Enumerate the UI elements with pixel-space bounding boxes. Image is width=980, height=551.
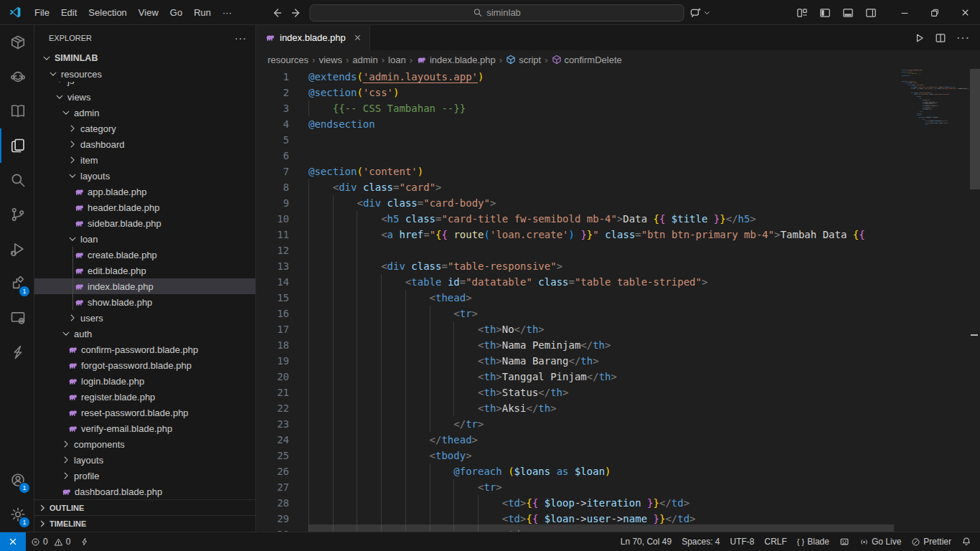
breadcrumb-item-resources[interactable]: resources <box>268 55 308 65</box>
code-line-24[interactable]: 24 </thead> <box>256 432 980 448</box>
search-icon[interactable] <box>0 163 34 197</box>
breadcrumb-item-script[interactable]: script <box>506 55 541 65</box>
code-line-10[interactable]: 10 <h5 class="card-title fw-semibold mb-… <box>256 211 980 227</box>
minimize-button[interactable] <box>890 0 920 25</box>
code-line-26[interactable]: 26 @foreach ($loans as $loan) <box>256 463 980 479</box>
tree-item-admin[interactable]: admin <box>34 105 255 121</box>
encoding[interactable]: UTF-8 <box>725 532 760 551</box>
account-icon[interactable]: 1 <box>0 463 34 497</box>
toggle-panel-icon[interactable] <box>842 7 854 19</box>
code-line-6[interactable]: 6 <box>256 148 980 164</box>
code-line-2[interactable]: 2@section('css') <box>256 85 980 100</box>
remote-explorer-icon[interactable] <box>0 301 34 335</box>
tree-item-views[interactable]: views <box>34 89 255 105</box>
code-line-11[interactable]: 11 <a href="{{ route('loan.create') }}" … <box>256 227 980 242</box>
code-line-4[interactable]: 4@endsection <box>256 116 980 132</box>
close-button[interactable] <box>950 0 980 25</box>
code-line-14[interactable]: 14 <table id="datatable" class="table ta… <box>256 274 980 290</box>
code-line-23[interactable]: 23 </tr> <box>256 416 980 432</box>
code-line-8[interactable]: 8 <div class="card"> <box>256 179 980 195</box>
run-file-icon[interactable] <box>913 32 925 44</box>
menu-run[interactable]: Run <box>188 4 217 21</box>
minimap[interactable]: @extends('admin.layouts.app')@section('c… <box>902 69 970 532</box>
notifications-bell[interactable] <box>956 532 980 551</box>
breadcrumb-item-index-blade-php[interactable]: index.blade.php <box>416 55 496 65</box>
tree-item-app-blade-php[interactable]: app.blade.php <box>34 184 255 199</box>
outline-section[interactable]: OUTLINE <box>34 500 255 516</box>
menu-view[interactable]: View <box>133 4 164 21</box>
tree-item-login-blade-php[interactable]: login.blade.php <box>34 373 255 389</box>
tree-item-siminlab[interactable]: SIMINLAB <box>34 50 255 66</box>
code-line-12[interactable]: 12 <box>256 242 980 258</box>
tree-item-item[interactable]: item <box>34 152 255 168</box>
code-line-13[interactable]: 13 <div class="table-responsive"> <box>256 258 980 274</box>
tree-item-forgot-password-blade-php[interactable]: forgot-password.blade.php <box>34 357 255 373</box>
command-center-search[interactable]: siminlab <box>310 4 684 22</box>
code-line-21[interactable]: 21 <th>Status</th> <box>256 385 980 400</box>
customize-layout-icon[interactable] <box>796 7 808 19</box>
tree-item-edit-blade-php[interactable]: edit.blade.php <box>34 263 255 278</box>
breadcrumb-item-admin[interactable]: admin <box>352 55 377 65</box>
tree-item-confirm-password-blade-php[interactable]: confirm-password.blade.php <box>34 342 255 357</box>
code-line-18[interactable]: 18 <th>Nama Peminjam</th> <box>256 337 980 353</box>
tree-item-components[interactable]: components <box>34 436 255 452</box>
book-icon[interactable] <box>0 94 34 128</box>
run-debug-icon[interactable] <box>0 232 34 266</box>
more-actions-icon[interactable]: ··· <box>956 32 970 44</box>
tree-item-header-blade-php[interactable]: header.blade.php <box>34 199 255 215</box>
source-control-icon[interactable] <box>0 197 34 232</box>
tree-item-profile[interactable]: profile <box>34 468 255 484</box>
language-mode[interactable]: { } Blade <box>792 532 834 551</box>
code-line-16[interactable]: 16 <tr> <box>256 306 980 321</box>
code-line-7[interactable]: 7@section('content') <box>256 164 980 179</box>
tree-item-sidebar-blade-php[interactable]: sidebar.blade.php <box>34 215 255 231</box>
vertical-scrollbar[interactable] <box>970 69 980 532</box>
tree-item-dashboard-blade-php[interactable]: dashboard.blade.php <box>34 484 255 499</box>
tree-item-dashboard[interactable]: dashboard <box>34 136 255 152</box>
vertical-scrollbar-thumb[interactable] <box>970 69 980 189</box>
tree-item-resources[interactable]: resources <box>34 66 255 82</box>
code-viewport[interactable]: 1@extends('admin.layouts.app')2@section(… <box>256 69 980 532</box>
thunder-client-status[interactable] <box>75 532 94 551</box>
code-line-28[interactable]: 28 <td>{{ $loop->iteration }}</td> <box>256 495 980 511</box>
ports-status[interactable] <box>834 532 854 551</box>
restore-button[interactable] <box>920 0 950 25</box>
horizontal-scrollbar[interactable] <box>308 524 894 532</box>
tab-index-blade[interactable]: index.blade.php <box>256 25 370 50</box>
explorer-icon[interactable] <box>0 128 34 163</box>
toggle-secondary-sidebar-icon[interactable] <box>865 7 877 19</box>
code-line-25[interactable]: 25 <tbody> <box>256 448 980 463</box>
package-box-icon[interactable] <box>0 25 34 60</box>
indentation[interactable]: Spaces: 4 <box>677 532 725 551</box>
code-line-1[interactable]: 1@extends('admin.layouts.app') <box>256 69 980 85</box>
tree-item-layouts[interactable]: layouts <box>34 168 255 184</box>
tree-item-verify-email-blade-php[interactable]: verify-email.blade.php <box>34 420 255 436</box>
tree-item-category[interactable]: category <box>34 121 255 136</box>
remote-indicator[interactable] <box>0 532 26 551</box>
code-line-15[interactable]: 15 <thead> <box>256 290 980 306</box>
menu-edit[interactable]: Edit <box>55 4 83 21</box>
breadcrumb-item-confirmdelete[interactable]: confirmDelete <box>552 55 622 65</box>
tree-item-loan[interactable]: loan <box>34 231 255 247</box>
toggle-sidebar-icon[interactable] <box>819 7 831 19</box>
menu-more-icon[interactable]: ··· <box>217 4 237 21</box>
problems-indicator[interactable]: 0 0 <box>26 532 75 551</box>
forward-arrow-icon[interactable] <box>290 6 304 20</box>
menu-go[interactable]: Go <box>164 4 188 21</box>
eol-sequence[interactable]: CRLF <box>760 532 792 551</box>
explorer-more-icon[interactable]: ··· <box>235 32 247 44</box>
breadcrumb-item-loan[interactable]: loan <box>388 55 406 65</box>
monkey-icon[interactable] <box>0 60 34 94</box>
cursor-position[interactable]: Ln 70, Col 49 <box>616 532 677 551</box>
breadcrumb-item-views[interactable]: views <box>319 55 342 65</box>
tree-item-create-blade-php[interactable]: create.blade.php <box>34 247 255 263</box>
settings-gear-icon[interactable]: 1 <box>0 497 34 532</box>
back-arrow-icon[interactable] <box>270 6 284 20</box>
menu-file[interactable]: File <box>29 4 55 21</box>
go-live-button[interactable]: Go Live <box>854 532 906 551</box>
code-line-19[interactable]: 19 <th>Nama Barang</th> <box>256 353 980 369</box>
code-line-3[interactable]: 3 {{-- CSS Tambahan --}} <box>256 100 980 116</box>
code-line-17[interactable]: 17 <th>No</th> <box>256 321 980 337</box>
menu-selection[interactable]: Selection <box>83 4 132 21</box>
tree-item-register-blade-php[interactable]: register.blade.php <box>34 389 255 405</box>
